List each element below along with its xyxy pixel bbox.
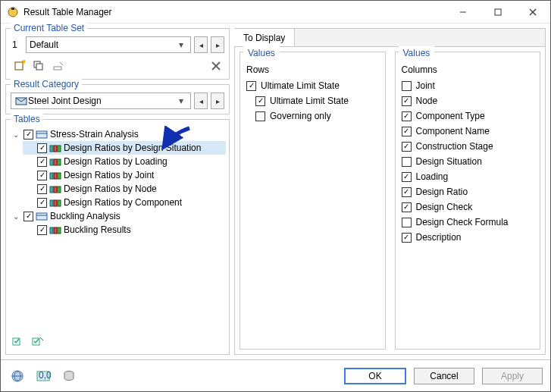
columns-checkbox-row[interactable]: Loading xyxy=(402,169,534,184)
tree-twisty[interactable]: ⌄ xyxy=(11,130,21,139)
checkbox[interactable] xyxy=(402,96,412,106)
checkbox[interactable] xyxy=(402,187,412,197)
columns-checkbox-row[interactable]: Design Check xyxy=(402,199,534,215)
tree-item-label: Design Ratios by Component xyxy=(64,197,182,208)
tree-item[interactable]: Design Ratios by Component xyxy=(23,196,226,209)
close-button[interactable] xyxy=(515,1,550,23)
checkbox[interactable] xyxy=(37,198,47,208)
delete-tableset-button[interactable] xyxy=(208,58,224,74)
prev-button[interactable]: ◂ xyxy=(194,36,208,53)
rows-subheader: Rows xyxy=(246,64,379,75)
prev-category-button[interactable]: ◂ xyxy=(194,93,208,109)
cancel-button[interactable]: Cancel xyxy=(414,368,474,384)
columns-checkbox-label: Node xyxy=(416,96,438,106)
display-body: Values Rows Ultimate Limit StateUltimate… xyxy=(234,46,546,355)
maximize-button[interactable] xyxy=(481,1,515,23)
next-button[interactable]: ▸ xyxy=(211,36,224,53)
category-icon xyxy=(14,96,28,106)
svg-rect-34 xyxy=(36,213,47,220)
columns-checkbox-row[interactable]: Construction Stage xyxy=(402,139,534,154)
tree-item[interactable]: Design Ratios by Joint xyxy=(23,168,226,182)
apply-button[interactable]: Apply xyxy=(482,368,543,384)
copy-tableset-button[interactable] xyxy=(30,58,47,74)
window-buttons xyxy=(446,1,550,23)
tree-item[interactable]: Design Ratios by Design Situation xyxy=(23,141,226,155)
checkbox[interactable] xyxy=(23,130,33,140)
columns-checkbox-label: Design Check xyxy=(416,202,473,212)
svg-rect-23 xyxy=(54,159,57,165)
checkbox[interactable] xyxy=(37,184,47,194)
tree-item[interactable]: Buckling Results xyxy=(23,223,226,237)
checkbox[interactable] xyxy=(402,202,412,212)
columns-checkbox-row[interactable]: Design Ratio xyxy=(402,184,534,199)
edit-tableset-button[interactable] xyxy=(50,58,67,74)
checkbox[interactable] xyxy=(37,157,47,167)
checkbox[interactable] xyxy=(402,218,412,227)
columns-checkbox-row[interactable]: Component Name xyxy=(402,124,534,139)
columns-checkbox-row[interactable]: Joint xyxy=(402,78,534,93)
ok-button[interactable]: OK xyxy=(344,368,406,384)
current-table-set-panel: Current Table Set 1 Default ▾ ◂ ▸ ★ xyxy=(5,28,230,80)
checkbox[interactable] xyxy=(402,233,412,243)
checkbox[interactable] xyxy=(402,127,412,136)
check-all-button[interactable] xyxy=(11,334,26,348)
checkbox[interactable] xyxy=(255,96,265,106)
rows-checkbox-row[interactable]: Ultimate Limit State xyxy=(246,78,379,93)
database-button[interactable] xyxy=(60,367,78,385)
tables-tree[interactable]: ⌄Stress-Strain AnalysisDesign Ratios by … xyxy=(9,127,226,331)
svg-rect-36 xyxy=(50,227,53,234)
help-button[interactable] xyxy=(8,367,27,385)
checkbox[interactable] xyxy=(255,111,265,121)
tableset-index: 1 xyxy=(11,39,23,50)
group-icon xyxy=(36,129,48,140)
tree-item[interactable]: Design Ratios by Node xyxy=(23,182,226,196)
checkbox[interactable] xyxy=(246,81,256,91)
tree-twisty[interactable]: ⌄ xyxy=(11,212,21,221)
uncheck-all-button[interactable] xyxy=(30,334,45,348)
tree-item-label: Design Ratios by Joint xyxy=(64,170,154,180)
new-tableset-button[interactable]: ★ xyxy=(11,58,27,74)
rows-checkbox-row[interactable]: Ultimate Limit State xyxy=(246,93,379,108)
tableset-dropdown[interactable]: Default ▾ xyxy=(26,36,191,53)
footer: 0,00 OK Cancel Apply xyxy=(1,359,550,391)
tree-group[interactable]: ⌄Stress-Strain Analysis xyxy=(9,127,226,141)
columns-checkbox-row[interactable]: Design Situation xyxy=(402,154,534,169)
columns-checkbox-label: Component Name xyxy=(416,126,490,136)
minimize-button[interactable] xyxy=(446,1,481,23)
checkbox[interactable] xyxy=(402,142,412,152)
rows-checkbox-row[interactable]: Governing only xyxy=(246,108,379,124)
checkbox[interactable] xyxy=(37,143,47,153)
tree-group[interactable]: ⌄Buckling Analysis xyxy=(9,209,226,223)
svg-text:0,00: 0,00 xyxy=(39,370,51,381)
rows-checkbox-label: Ultimate Limit State xyxy=(270,96,349,106)
svg-rect-17 xyxy=(36,131,47,138)
units-button[interactable]: 0,00 xyxy=(34,367,52,385)
checkbox[interactable] xyxy=(23,212,33,221)
checkbox[interactable] xyxy=(402,111,412,121)
table-icon xyxy=(49,197,61,208)
chevron-down-icon: ▾ xyxy=(175,96,187,106)
columns-checkbox-row[interactable]: Component Type xyxy=(402,108,534,124)
columns-checkbox-row[interactable]: Design Check Formula xyxy=(402,215,534,230)
table-icon xyxy=(49,156,61,167)
svg-rect-3 xyxy=(495,9,501,15)
result-category-header: Result Category xyxy=(11,79,82,89)
svg-rect-33 xyxy=(58,200,61,206)
checkbox[interactable] xyxy=(402,172,412,182)
tree-item[interactable]: Design Ratios by Loading xyxy=(23,155,226,168)
svg-rect-37 xyxy=(54,227,57,234)
columns-checkbox-label: Loading xyxy=(416,171,449,182)
result-category-dropdown[interactable]: Steel Joint Design ▾ xyxy=(11,93,191,109)
columns-checkbox-label: Description xyxy=(416,232,462,243)
tab-to-display[interactable]: To Display xyxy=(234,28,295,46)
checkbox[interactable] xyxy=(37,225,47,235)
next-category-button[interactable]: ▸ xyxy=(211,93,224,109)
columns-checkbox-row[interactable]: Node xyxy=(402,93,534,108)
tree-group-label: Stress-Strain Analysis xyxy=(50,129,139,140)
rows-values-header: Values xyxy=(243,46,280,63)
svg-rect-20 xyxy=(54,146,57,152)
checkbox[interactable] xyxy=(402,157,412,167)
checkbox[interactable] xyxy=(37,171,47,180)
checkbox[interactable] xyxy=(402,81,412,91)
columns-checkbox-row[interactable]: Description xyxy=(402,230,534,245)
